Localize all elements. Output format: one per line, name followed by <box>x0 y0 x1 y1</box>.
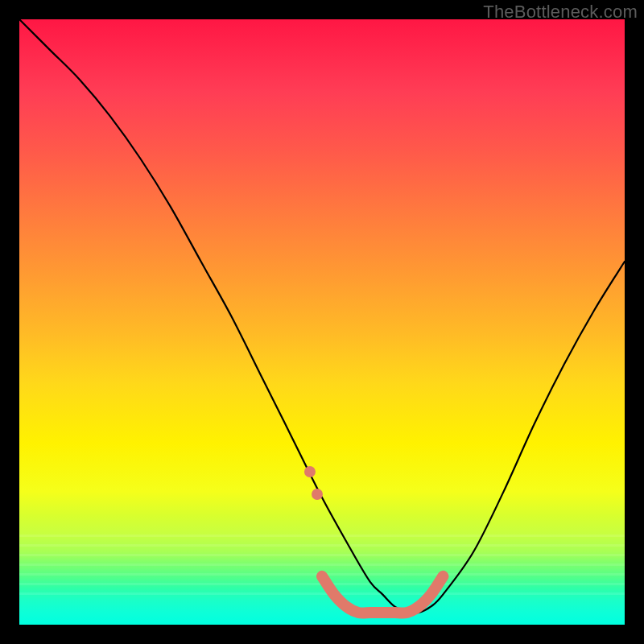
gradient-band <box>19 535 625 537</box>
gradient-band <box>19 554 625 556</box>
gradient-band <box>19 544 625 547</box>
gradient-band <box>19 583 625 585</box>
gradient-band <box>19 564 625 566</box>
gradient-band <box>19 573 625 576</box>
gradient-band <box>19 592 625 595</box>
chart-frame <box>19 19 625 625</box>
